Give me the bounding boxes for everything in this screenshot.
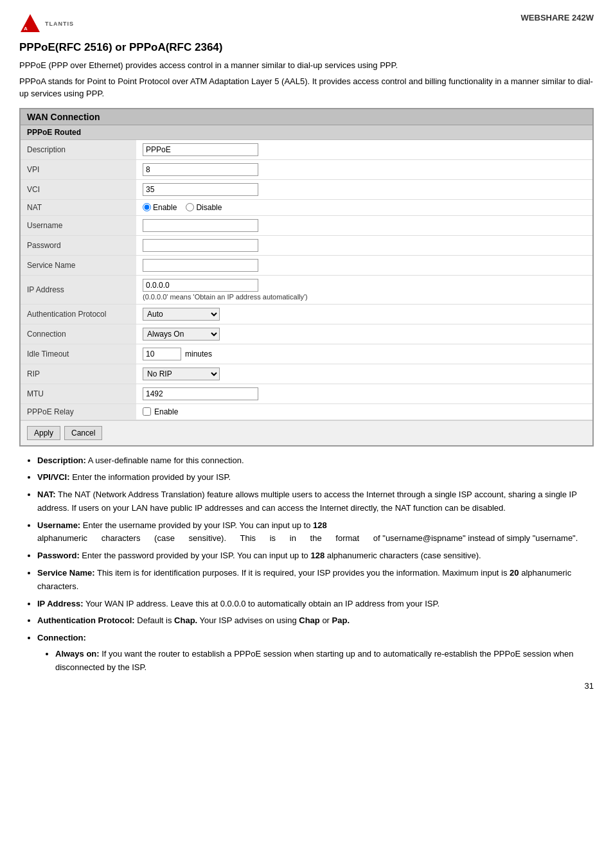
desc-nat: NAT: The NAT (Network Address Translatio…: [37, 488, 594, 515]
cancel-button[interactable]: Cancel: [64, 426, 102, 440]
ip-address-label: IP Address: [21, 275, 136, 304]
logo-text: TLANTIS: [45, 21, 74, 27]
rip-row: RIP No RIP RIPv1 RIPv2: [21, 364, 592, 384]
description-input[interactable]: [143, 143, 258, 156]
desc-connection: Connection: Always on: If you want the r…: [37, 632, 594, 674]
idle-timeout-unit: minutes: [185, 350, 212, 359]
description-row: Description: [21, 140, 592, 160]
desc-ip-address: IP Address: Your WAN IP address. Leave t…: [37, 598, 594, 611]
vci-input[interactable]: [143, 183, 258, 196]
description-label: Description: [21, 140, 136, 160]
rip-label: RIP: [21, 364, 136, 384]
nat-disable-label[interactable]: Disable: [186, 203, 222, 212]
nat-enable-label[interactable]: Enable: [143, 203, 177, 212]
mtu-row: MTU: [21, 384, 592, 403]
descriptions-section: Description: A user-definable name for t…: [19, 454, 594, 675]
button-row: Apply Cancel: [21, 420, 592, 445]
desc-service-name: Service Name: This item is for identific…: [37, 567, 594, 594]
vpi-label: VPI: [21, 159, 136, 179]
apply-button[interactable]: Apply: [27, 426, 60, 440]
username-row: Username: [21, 215, 592, 235]
connection-label: Connection: [21, 324, 136, 344]
page-title: PPPoE(RFC 2516) or PPPoA(RFC 2364): [19, 41, 594, 54]
nat-disable-text: Disable: [196, 203, 222, 212]
auth-protocol-select[interactable]: Auto CHAP PAP: [143, 308, 220, 321]
vpi-row: VPI: [21, 159, 592, 179]
service-name-input[interactable]: [143, 259, 258, 272]
svg-text:A: A: [24, 26, 28, 31]
logo-icon: A: [19, 13, 41, 35]
desc-auth-protocol: Authentication Protocol: Default is Chap…: [37, 614, 594, 628]
vci-label: VCI: [21, 179, 136, 199]
nat-enable-text: Enable: [153, 203, 177, 212]
idle-timeout-container: minutes: [143, 348, 586, 360]
wan-connection-box: WAN Connection PPPoE Routed Description …: [19, 108, 594, 447]
desc-description: Description: A user-definable name for t…: [37, 454, 594, 468]
nat-disable-radio[interactable]: [186, 203, 194, 211]
auth-protocol-label: Authentication Protocol: [21, 304, 136, 324]
intro-text-1: PPPoE (PPP over Ethernet) provides acces…: [19, 59, 594, 72]
auth-protocol-row: Authentication Protocol Auto CHAP PAP: [21, 304, 592, 324]
nat-label: NAT: [21, 199, 136, 215]
vci-row: VCI: [21, 179, 592, 199]
pppoe-relay-label: PPPoE Relay: [21, 403, 136, 420]
desc-vpi-vci: VPI/VCI: Enter the information provided …: [37, 471, 594, 484]
page-header: A TLANTIS WEBSHARE 242W: [19, 13, 594, 35]
mtu-label: MTU: [21, 384, 136, 403]
ip-address-row: IP Address (0.0.0.0' means 'Obtain an IP…: [21, 275, 592, 304]
password-row: Password: [21, 235, 592, 255]
wan-section-title: WAN Connection: [21, 109, 592, 125]
idle-timeout-input[interactable]: [143, 348, 181, 360]
username-label: Username: [21, 215, 136, 235]
logo: A TLANTIS: [19, 13, 74, 35]
page-number: 31: [19, 681, 594, 691]
rip-select[interactable]: No RIP RIPv1 RIPv2: [143, 368, 220, 380]
ip-address-note: (0.0.0.0' means 'Obtain an IP address au…: [143, 293, 586, 301]
password-label: Password: [21, 235, 136, 255]
nat-enable-radio[interactable]: [143, 203, 151, 211]
service-name-label: Service Name: [21, 255, 136, 275]
pppoe-relay-row: PPPoE Relay Enable: [21, 403, 592, 420]
password-input[interactable]: [143, 239, 258, 252]
username-input[interactable]: [143, 219, 258, 232]
form-table: Description VPI VCI NAT Enable D: [21, 140, 592, 420]
connection-select[interactable]: Always On Connect on Demand Manual: [143, 328, 220, 341]
desc-password: Password: Enter the password provided by…: [37, 549, 594, 563]
intro-text-2: PPPoA stands for Point to Point Protocol…: [19, 75, 594, 100]
nat-radio-group: Enable Disable: [143, 203, 586, 212]
product-name: WEBSHARE 242W: [521, 13, 594, 22]
pppoe-relay-container: Enable: [143, 407, 586, 416]
pppoe-relay-checkbox[interactable]: [143, 407, 151, 416]
ip-address-input[interactable]: [143, 279, 258, 292]
idle-timeout-row: Idle Timeout minutes: [21, 344, 592, 364]
pppoe-relay-enable-text: Enable: [154, 407, 178, 416]
mtu-input[interactable]: [143, 387, 258, 400]
connection-row: Connection Always On Connect on Demand M…: [21, 324, 592, 344]
descriptions-list: Description: A user-definable name for t…: [19, 454, 594, 675]
service-name-row: Service Name: [21, 255, 592, 275]
desc-connection-sub: Always on: If you want the router to est…: [37, 648, 594, 675]
pppoe-section-header: PPPoE Routed: [21, 125, 592, 140]
nat-row: NAT Enable Disable: [21, 199, 592, 215]
desc-always-on: Always on: If you want the router to est…: [55, 648, 594, 675]
vpi-input[interactable]: [143, 163, 258, 176]
idle-timeout-label: Idle Timeout: [21, 344, 136, 364]
desc-username: Username: Enter the username provided by…: [37, 519, 594, 546]
